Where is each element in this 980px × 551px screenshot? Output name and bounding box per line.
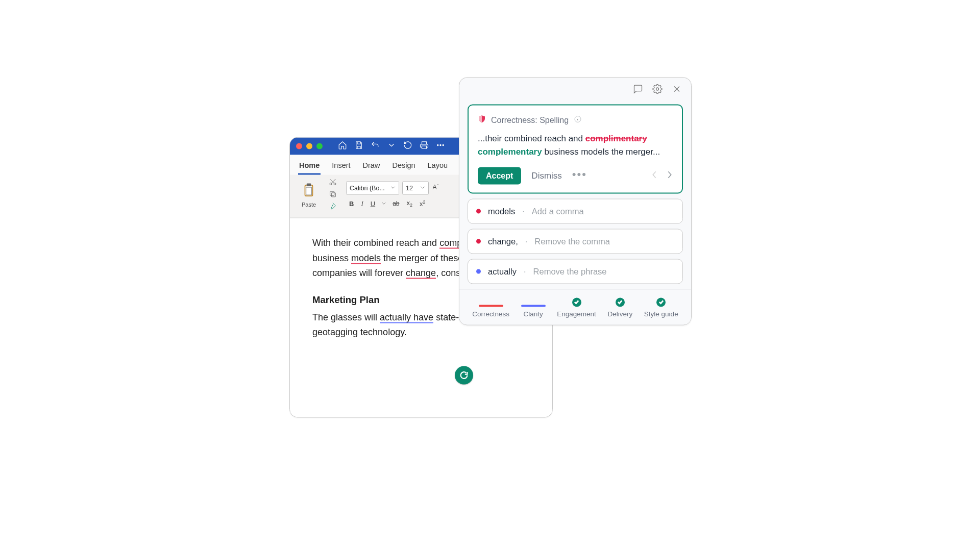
item-hint: Add a comma — [532, 206, 584, 216]
footer-styleguide[interactable]: Style guide — [644, 297, 678, 317]
increase-font-icon[interactable]: A^ — [432, 183, 441, 194]
next-icon[interactable] — [667, 170, 673, 181]
svg-text:A: A — [433, 184, 437, 191]
tab-draw[interactable]: Draw — [362, 159, 381, 175]
footer-label: Style guide — [644, 310, 678, 317]
card-actions: Accept Dismiss ••• — [478, 167, 673, 184]
subscript-button[interactable]: x2 — [405, 198, 413, 209]
chevron-down-icon[interactable] — [381, 199, 386, 207]
footer-engagement[interactable]: Engagement — [557, 297, 596, 317]
suggestion-item[interactable]: models · Add a comma — [468, 198, 683, 223]
grammarly-panel: Correctness: Spelling ...their combined … — [459, 78, 692, 325]
suggestion-card[interactable]: Correctness: Spelling ...their combined … — [468, 105, 683, 194]
svg-point-2 — [443, 144, 444, 145]
dot-icon — [476, 239, 481, 243]
close-icon[interactable] — [672, 84, 682, 96]
more-icon[interactable] — [436, 141, 445, 152]
font-size-value: 12 — [406, 185, 413, 192]
paste-label: Paste — [302, 202, 316, 208]
card-nav — [651, 170, 673, 181]
item-hint: Remove the comma — [534, 236, 610, 246]
card-category: Correctness: Spelling — [491, 116, 569, 125]
item-word: change, — [488, 236, 518, 246]
tab-design[interactable]: Design — [391, 159, 416, 175]
text: With their combined reach and — [312, 238, 439, 248]
footer-delivery[interactable]: Delivery — [607, 297, 632, 317]
chevron-down-icon — [390, 185, 396, 192]
strikethrough-button[interactable]: ab — [391, 199, 400, 208]
tab-layout[interactable]: Layou — [427, 159, 449, 175]
close-dot-icon[interactable] — [296, 143, 302, 149]
dismiss-button[interactable]: Dismiss — [531, 170, 562, 181]
svg-point-12 — [656, 88, 659, 90]
error-word[interactable]: change — [406, 268, 436, 279]
svg-rect-5 — [306, 187, 312, 195]
print-icon[interactable] — [420, 141, 429, 152]
clipboard-icon — [302, 183, 315, 201]
check-icon — [616, 297, 625, 307]
chevron-down-icon[interactable] — [387, 141, 396, 152]
error-word[interactable]: models — [351, 253, 381, 264]
footer-label: Clarity — [524, 310, 543, 317]
footer-label: Delivery — [607, 310, 632, 317]
dot-icon — [476, 209, 481, 213]
tab-home[interactable]: Home — [298, 159, 321, 175]
svg-point-0 — [437, 144, 438, 145]
text: The glasses will — [312, 312, 380, 322]
replacement-word: complementary — [478, 147, 542, 157]
suggestion-item[interactable]: change, · Remove the comma — [468, 229, 683, 254]
svg-rect-9 — [330, 191, 334, 195]
item-hint: Remove the phrase — [533, 266, 607, 276]
svg-rect-8 — [331, 193, 335, 197]
accept-button[interactable]: Accept — [478, 167, 521, 184]
font-style-tools: B I U ab x2 x2 — [348, 198, 441, 209]
check-icon — [572, 297, 581, 307]
font-family-value: Calibri (Bo... — [350, 185, 385, 192]
bold-button[interactable]: B — [348, 198, 355, 208]
check-icon — [656, 297, 666, 307]
clarity-word[interactable]: actually have — [380, 312, 433, 323]
info-icon[interactable] — [574, 115, 582, 126]
feedback-icon[interactable] — [633, 84, 643, 96]
paste-button[interactable]: Paste — [295, 183, 323, 208]
item-word: models — [488, 206, 515, 216]
superscript-button[interactable]: x2 — [419, 198, 427, 208]
home-icon[interactable] — [338, 141, 347, 152]
separator: · — [524, 266, 526, 276]
window-controls[interactable] — [296, 143, 323, 149]
gear-icon[interactable] — [652, 84, 663, 96]
suggestion-item[interactable]: actually · Remove the phrase — [468, 259, 683, 284]
dot-icon — [476, 269, 481, 273]
zoom-dot-icon[interactable] — [316, 143, 323, 149]
grammarly-badge-icon[interactable] — [455, 366, 473, 385]
text: business models the merger... — [542, 147, 660, 157]
bar-icon — [521, 305, 546, 307]
chevron-down-icon — [420, 185, 425, 192]
shield-icon — [478, 115, 486, 126]
item-word: actually — [488, 266, 517, 276]
underline-button[interactable]: U — [370, 198, 376, 208]
panel-header — [459, 78, 691, 99]
font-size-select[interactable]: 12 — [402, 182, 429, 195]
prev-icon[interactable] — [651, 170, 657, 181]
panel-footer: Correctness Clarity Engagement Delivery … — [459, 289, 691, 324]
footer-correctness[interactable]: Correctness — [472, 305, 509, 317]
text: business — [312, 253, 351, 263]
svg-point-1 — [440, 144, 441, 145]
footer-clarity[interactable]: Clarity — [521, 305, 546, 317]
copy-icon[interactable] — [329, 190, 337, 201]
separator: · — [525, 236, 528, 246]
italic-button[interactable]: I — [360, 198, 364, 209]
minimize-dot-icon[interactable] — [306, 143, 312, 149]
cut-icon[interactable] — [329, 178, 337, 188]
card-title: Correctness: Spelling — [478, 115, 673, 126]
refresh-icon[interactable] — [403, 141, 412, 152]
tab-insert[interactable]: Insert — [331, 159, 351, 175]
undo-icon[interactable] — [371, 141, 380, 152]
bar-icon — [479, 305, 503, 307]
font-family-select[interactable]: Calibri (Bo... — [346, 182, 399, 195]
separator: · — [522, 206, 525, 216]
card-body: ...their combined reach and complimentar… — [478, 132, 673, 159]
format-painter-icon[interactable] — [329, 203, 337, 213]
save-icon[interactable] — [354, 141, 363, 152]
